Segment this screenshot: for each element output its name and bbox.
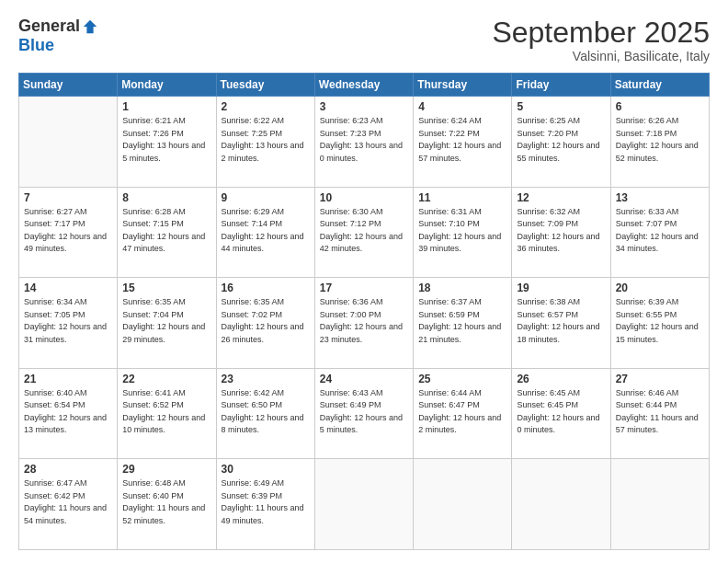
calendar-cell xyxy=(314,459,413,550)
daylight-text: Daylight: 11 hours and 52 minutes. xyxy=(122,502,210,527)
daylight-text: Daylight: 12 hours and 31 minutes. xyxy=(24,321,112,346)
daylight-text: Daylight: 12 hours and 15 minutes. xyxy=(616,321,704,346)
sunrise-text: Sunrise: 6:21 AM xyxy=(122,115,210,128)
sunset-text: Sunset: 6:49 PM xyxy=(320,399,408,412)
calendar-header-sunday: Sunday xyxy=(19,74,118,97)
sunset-text: Sunset: 6:45 PM xyxy=(517,399,605,412)
sunset-text: Sunset: 6:50 PM xyxy=(222,399,310,412)
sunset-text: Sunset: 7:22 PM xyxy=(418,128,506,141)
calendar-cell: 4Sunrise: 6:24 AMSunset: 7:22 PMDaylight… xyxy=(414,97,512,188)
calendar-week-4: 21Sunrise: 6:40 AMSunset: 6:54 PMDayligh… xyxy=(19,368,710,459)
daylight-text: Daylight: 12 hours and 0 minutes. xyxy=(517,412,605,437)
calendar-header-tuesday: Tuesday xyxy=(216,74,314,97)
day-info: Sunrise: 6:42 AMSunset: 6:50 PMDaylight:… xyxy=(222,387,310,437)
calendar-cell: 24Sunrise: 6:43 AMSunset: 6:49 PMDayligh… xyxy=(314,368,413,459)
sunrise-text: Sunrise: 6:33 AM xyxy=(616,206,704,219)
day-info: Sunrise: 6:43 AMSunset: 6:49 PMDaylight:… xyxy=(320,387,408,437)
sunset-text: Sunset: 6:59 PM xyxy=(418,309,506,322)
calendar-cell: 3Sunrise: 6:23 AMSunset: 7:23 PMDaylight… xyxy=(314,97,413,188)
day-info: Sunrise: 6:45 AMSunset: 6:45 PMDaylight:… xyxy=(517,387,605,437)
calendar-week-5: 28Sunrise: 6:47 AMSunset: 6:42 PMDayligh… xyxy=(19,459,710,550)
day-number: 11 xyxy=(418,191,506,204)
daylight-text: Daylight: 12 hours and 2 minutes. xyxy=(418,412,506,437)
sunrise-text: Sunrise: 6:25 AM xyxy=(517,115,605,128)
sunset-text: Sunset: 7:10 PM xyxy=(418,218,506,231)
sunset-text: Sunset: 7:12 PM xyxy=(320,218,408,231)
sunrise-text: Sunrise: 6:45 AM xyxy=(517,387,605,400)
day-info: Sunrise: 6:34 AMSunset: 7:05 PMDaylight:… xyxy=(24,296,112,346)
sunrise-text: Sunrise: 6:35 AM xyxy=(222,296,310,309)
sunrise-text: Sunrise: 6:32 AM xyxy=(517,206,605,219)
day-number: 6 xyxy=(616,100,704,113)
sunrise-text: Sunrise: 6:41 AM xyxy=(122,387,210,400)
calendar-cell: 19Sunrise: 6:38 AMSunset: 6:57 PMDayligh… xyxy=(512,278,610,369)
sunrise-text: Sunrise: 6:30 AM xyxy=(320,206,408,219)
sunrise-text: Sunrise: 6:37 AM xyxy=(418,296,506,309)
sunset-text: Sunset: 7:20 PM xyxy=(517,128,605,141)
day-number: 25 xyxy=(418,373,506,385)
calendar-cell: 20Sunrise: 6:39 AMSunset: 6:55 PMDayligh… xyxy=(610,278,709,369)
day-info: Sunrise: 6:40 AMSunset: 6:54 PMDaylight:… xyxy=(24,387,112,437)
sunset-text: Sunset: 7:18 PM xyxy=(616,128,704,141)
day-number: 3 xyxy=(320,100,408,113)
day-info: Sunrise: 6:22 AMSunset: 7:25 PMDaylight:… xyxy=(222,115,310,165)
calendar-cell: 12Sunrise: 6:32 AMSunset: 7:09 PMDayligh… xyxy=(512,187,610,278)
sunrise-text: Sunrise: 6:23 AM xyxy=(320,115,408,128)
daylight-text: Daylight: 13 hours and 2 minutes. xyxy=(222,140,310,165)
sunset-text: Sunset: 6:55 PM xyxy=(616,309,704,322)
daylight-text: Daylight: 11 hours and 49 minutes. xyxy=(222,502,310,527)
calendar-cell: 30Sunrise: 6:49 AMSunset: 6:39 PMDayligh… xyxy=(216,459,314,550)
day-info: Sunrise: 6:31 AMSunset: 7:10 PMDaylight:… xyxy=(418,206,506,256)
daylight-text: Daylight: 13 hours and 0 minutes. xyxy=(320,140,408,165)
calendar-cell: 17Sunrise: 6:36 AMSunset: 7:00 PMDayligh… xyxy=(314,278,413,369)
day-info: Sunrise: 6:28 AMSunset: 7:15 PMDaylight:… xyxy=(122,206,210,256)
day-info: Sunrise: 6:47 AMSunset: 6:42 PMDaylight:… xyxy=(24,477,112,527)
day-info: Sunrise: 6:25 AMSunset: 7:20 PMDaylight:… xyxy=(517,115,605,165)
calendar-cell: 16Sunrise: 6:35 AMSunset: 7:02 PMDayligh… xyxy=(216,278,314,369)
svg-marker-0 xyxy=(84,19,97,32)
calendar-cell xyxy=(19,97,118,188)
day-info: Sunrise: 6:32 AMSunset: 7:09 PMDaylight:… xyxy=(517,206,605,256)
day-info: Sunrise: 6:48 AMSunset: 6:40 PMDaylight:… xyxy=(122,477,210,527)
sunset-text: Sunset: 6:42 PM xyxy=(24,490,112,503)
daylight-text: Daylight: 12 hours and 47 minutes. xyxy=(122,231,210,256)
calendar-cell: 9Sunrise: 6:29 AMSunset: 7:14 PMDaylight… xyxy=(216,187,314,278)
daylight-text: Daylight: 12 hours and 13 minutes. xyxy=(24,412,112,437)
calendar-header-wednesday: Wednesday xyxy=(314,74,413,97)
day-number: 18 xyxy=(418,282,506,294)
calendar-cell: 15Sunrise: 6:35 AMSunset: 7:04 PMDayligh… xyxy=(118,278,216,369)
sunset-text: Sunset: 6:40 PM xyxy=(122,490,210,503)
sunset-text: Sunset: 6:57 PM xyxy=(517,309,605,322)
daylight-text: Daylight: 12 hours and 42 minutes. xyxy=(320,231,408,256)
sunrise-text: Sunrise: 6:26 AM xyxy=(616,115,704,128)
calendar-cell xyxy=(414,459,512,550)
sunrise-text: Sunrise: 6:42 AM xyxy=(222,387,310,400)
day-number: 16 xyxy=(222,282,310,294)
calendar-cell: 14Sunrise: 6:34 AMSunset: 7:05 PMDayligh… xyxy=(19,278,118,369)
calendar-header-row: SundayMondayTuesdayWednesdayThursdayFrid… xyxy=(19,74,710,97)
daylight-text: Daylight: 12 hours and 36 minutes. xyxy=(517,231,605,256)
sunrise-text: Sunrise: 6:36 AM xyxy=(320,296,408,309)
day-info: Sunrise: 6:23 AMSunset: 7:23 PMDaylight:… xyxy=(320,115,408,165)
day-info: Sunrise: 6:35 AMSunset: 7:02 PMDaylight:… xyxy=(222,296,310,346)
daylight-text: Daylight: 12 hours and 52 minutes. xyxy=(616,140,704,165)
logo-blue: Blue xyxy=(18,36,54,55)
sunrise-text: Sunrise: 6:46 AM xyxy=(616,387,704,400)
daylight-text: Daylight: 12 hours and 29 minutes. xyxy=(122,321,210,346)
sunset-text: Sunset: 7:04 PM xyxy=(122,309,210,322)
daylight-text: Daylight: 11 hours and 57 minutes. xyxy=(616,412,704,437)
calendar-cell: 22Sunrise: 6:41 AMSunset: 6:52 PMDayligh… xyxy=(118,368,216,459)
daylight-text: Daylight: 13 hours and 5 minutes. xyxy=(122,140,210,165)
calendar-cell: 28Sunrise: 6:47 AMSunset: 6:42 PMDayligh… xyxy=(19,459,118,550)
sunrise-text: Sunrise: 6:31 AM xyxy=(418,206,506,219)
sunset-text: Sunset: 7:17 PM xyxy=(24,218,112,231)
day-number: 9 xyxy=(222,191,310,204)
sunset-text: Sunset: 6:47 PM xyxy=(418,399,506,412)
sunrise-text: Sunrise: 6:29 AM xyxy=(222,206,310,219)
day-info: Sunrise: 6:33 AMSunset: 7:07 PMDaylight:… xyxy=(616,206,704,256)
daylight-text: Daylight: 12 hours and 26 minutes. xyxy=(222,321,310,346)
sunrise-text: Sunrise: 6:43 AM xyxy=(320,387,408,400)
day-info: Sunrise: 6:37 AMSunset: 6:59 PMDaylight:… xyxy=(418,296,506,346)
day-info: Sunrise: 6:26 AMSunset: 7:18 PMDaylight:… xyxy=(616,115,704,165)
calendar-cell: 11Sunrise: 6:31 AMSunset: 7:10 PMDayligh… xyxy=(414,187,512,278)
